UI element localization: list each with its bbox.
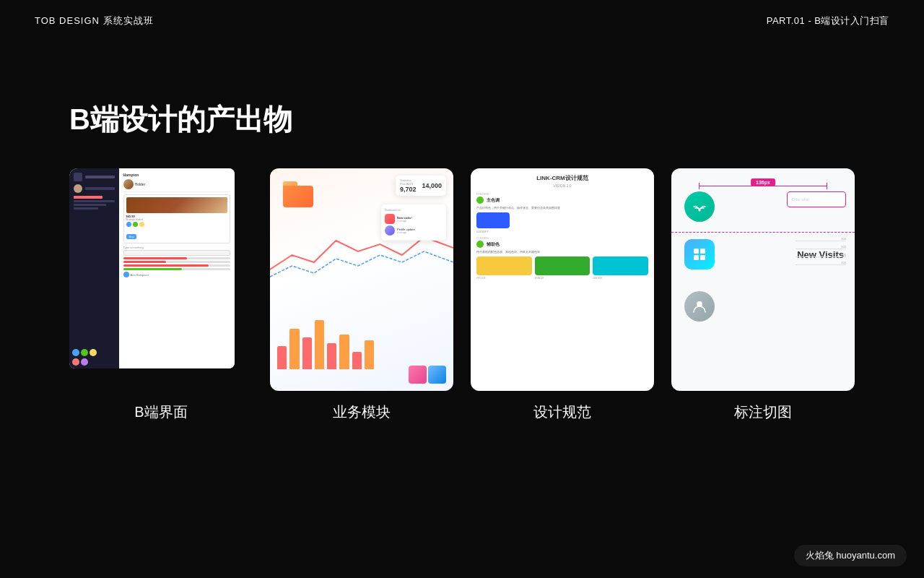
svg-point-0 [699, 210, 701, 212]
mock-annotation: 136px Enter what [671, 168, 855, 391]
card-annotation-label: 标注切图 [734, 402, 792, 422]
page-title: B端设计的产出物 [0, 71, 924, 139]
header: TOB DESIGN 系统实战班 PART.01 - B端设计入门扫盲 [0, 0, 924, 42]
header-part: PART.01 - B端设计入门扫盲 [767, 14, 889, 27]
card-design-spec-label: 设计规范 [533, 402, 591, 422]
header-brand: TOB DESIGN 系统实战班 [35, 14, 154, 27]
svg-rect-3 [694, 255, 699, 260]
svg-rect-1 [694, 249, 699, 254]
card-b-interface-label: B端界面 [134, 402, 187, 422]
card-annotation: 136px Enter what [671, 168, 855, 422]
mock-design-spec: LINK-CRM设计规范 VISION 2.0 COLORS 主色调 产品识别色… [471, 168, 654, 391]
card-business-module-image: Statistics Plan A103 9,702 14,000 [270, 168, 453, 391]
card-annotation-image: 136px Enter what [671, 168, 855, 391]
watermark: 火焰兔 huoyantu.com [794, 545, 907, 566]
mock-content: Hampton Holder $45.90 Be single minded [119, 168, 235, 368]
card-design-spec-image: LINK-CRM设计规范 VISION 2.0 COLORS 主色调 产品识别色… [471, 168, 654, 391]
mock-business: Statistics Plan A103 9,702 14,000 [270, 168, 453, 391]
mock-sidebar [69, 168, 119, 368]
card-b-interface: Hampton Holder $45.90 Be single minded [69, 168, 253, 422]
card-business-module: Statistics Plan A103 9,702 14,000 [270, 168, 453, 422]
cards-container: Hampton Holder $45.90 Be single minded [0, 139, 924, 422]
card-design-spec: LINK-CRM设计规范 VISION 2.0 COLORS 主色调 产品识别色… [471, 168, 654, 422]
svg-rect-2 [700, 249, 705, 254]
card-business-module-label: 业务模块 [333, 402, 391, 422]
svg-rect-4 [700, 255, 705, 260]
mock-design-spec-title: LINK-CRM设计规范 [476, 174, 648, 182]
mock-design-spec-subtitle: VISION 2.0 [476, 184, 648, 188]
card-b-interface-image: Hampton Holder $45.90 Be single minded [69, 168, 253, 391]
mock-b-interface: Hampton Holder $45.90 Be single minded [69, 168, 235, 368]
